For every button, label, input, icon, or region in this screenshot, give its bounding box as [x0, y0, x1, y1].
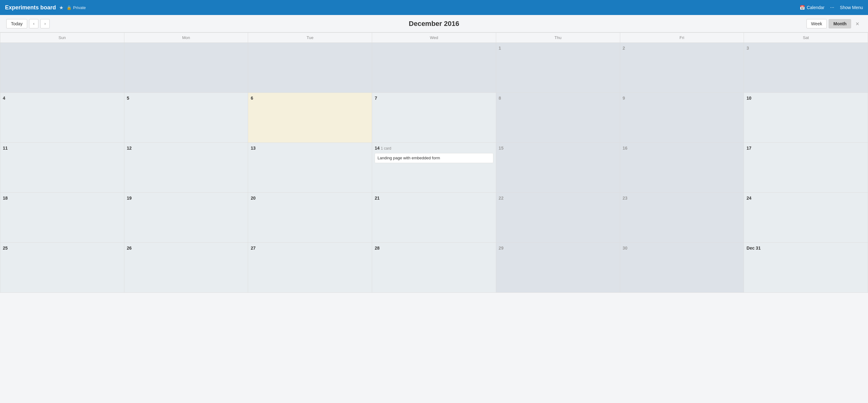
day-number: 11	[3, 146, 8, 151]
day-number: 27	[251, 246, 256, 251]
day-number: 14	[375, 146, 380, 151]
day-cell[interactable]: 141 cardLanding page with embedded form	[372, 143, 496, 193]
day-number: 30	[623, 246, 628, 251]
day-number: 21	[375, 195, 380, 200]
day-number: 2	[623, 45, 625, 51]
day-number: 10	[746, 96, 751, 101]
day-cell[interactable]: Dec 31	[744, 243, 868, 293]
day-number: 28	[375, 246, 380, 251]
day-header: Tue	[248, 33, 372, 43]
day-number: 19	[127, 195, 132, 200]
day-number: 16	[623, 146, 628, 151]
day-cell[interactable]: 17	[744, 143, 868, 193]
day-cell[interactable]: 4	[0, 93, 124, 143]
week-view-button[interactable]: Week	[806, 19, 827, 28]
day-number: 23	[623, 195, 628, 200]
close-button[interactable]: ×	[853, 19, 862, 28]
nav-right: Week Month ×	[806, 19, 862, 28]
calendar-toolbar: Today ‹ › December 2016 Week Month ×	[0, 15, 868, 32]
day-header: Wed	[372, 33, 496, 43]
calendar-icon: 📅	[800, 5, 805, 10]
star-icon[interactable]: ★	[59, 5, 63, 11]
day-number: 8	[499, 96, 501, 101]
day-number: 9	[623, 96, 625, 101]
day-header: Sat	[744, 33, 868, 43]
day-number: 20	[251, 195, 256, 200]
private-label: Private	[73, 5, 86, 10]
calendar-wrapper: Today ‹ › December 2016 Week Month × Sun…	[0, 15, 868, 403]
day-cell[interactable]	[0, 43, 124, 93]
calendar-event[interactable]: Landing page with embedded form	[375, 153, 493, 163]
day-number: 4	[3, 96, 5, 101]
day-cell[interactable]: 24	[744, 193, 868, 243]
day-number: 25	[3, 246, 8, 251]
next-button[interactable]: ›	[40, 19, 50, 28]
day-cell[interactable]: 29	[496, 243, 620, 293]
day-cell[interactable]: 13	[248, 143, 372, 193]
day-cell[interactable]: 5	[124, 93, 248, 143]
day-cell[interactable]: 25	[0, 243, 124, 293]
day-number: 18	[3, 195, 8, 200]
day-cell[interactable]: 16	[620, 143, 744, 193]
day-cell[interactable]: 19	[124, 193, 248, 243]
day-cell[interactable]: 15	[496, 143, 620, 193]
topbar: Experiments board ★ 🔒 Private 📅 Calendar…	[0, 0, 868, 15]
day-number: 24	[746, 195, 751, 200]
day-number: 15	[499, 146, 504, 151]
day-number: Dec 31	[746, 246, 761, 251]
day-cell[interactable]: 27	[248, 243, 372, 293]
calendar-title: December 2016	[409, 20, 459, 28]
topbar-left: Experiments board ★ 🔒 Private	[5, 4, 86, 11]
day-cell[interactable]	[372, 43, 496, 93]
today-button[interactable]: Today	[6, 19, 27, 28]
day-cell[interactable]: 11	[0, 143, 124, 193]
day-cell[interactable]: 28	[372, 243, 496, 293]
more-options-icon[interactable]: ···	[830, 5, 834, 10]
day-header: Sun	[0, 33, 124, 43]
day-cell[interactable]: 3	[744, 43, 868, 93]
day-number: 1	[499, 45, 501, 51]
day-cell[interactable]: 22	[496, 193, 620, 243]
day-number: 12	[127, 146, 132, 151]
day-cell[interactable]: 10	[744, 93, 868, 143]
day-cell[interactable]	[124, 43, 248, 93]
day-cell[interactable]	[248, 43, 372, 93]
topbar-right: 📅 Calendar ··· Show Menu	[800, 5, 863, 10]
day-cell[interactable]: 21	[372, 193, 496, 243]
day-number: 29	[499, 246, 504, 251]
month-view-button[interactable]: Month	[829, 19, 851, 28]
day-cell[interactable]: 1	[496, 43, 620, 93]
day-number: 6	[251, 96, 253, 101]
day-cell[interactable]: 18	[0, 193, 124, 243]
day-cell[interactable]: 12	[124, 143, 248, 193]
day-cell[interactable]: 8	[496, 93, 620, 143]
day-number: 3	[746, 45, 749, 51]
day-number: 22	[499, 195, 504, 200]
card-count: 1 card	[381, 146, 391, 151]
day-cell[interactable]: 7	[372, 93, 496, 143]
day-header: Mon	[124, 33, 248, 43]
nav-left: Today ‹ ›	[6, 19, 50, 28]
calendar-link[interactable]: 📅 Calendar	[800, 5, 825, 10]
show-menu-button[interactable]: Show Menu	[840, 5, 863, 10]
day-number: 17	[746, 146, 751, 151]
day-header: Thu	[496, 33, 620, 43]
day-cell[interactable]: 9	[620, 93, 744, 143]
lock-icon: 🔒	[67, 5, 71, 10]
day-number: 5	[127, 96, 129, 101]
day-number: 13	[251, 146, 256, 151]
prev-button[interactable]: ‹	[29, 19, 38, 28]
day-cell[interactable]: 2	[620, 43, 744, 93]
day-header: Fri	[620, 33, 744, 43]
day-cell[interactable]: 23	[620, 193, 744, 243]
calendar-grid: SunMonTueWedThuFriSat1234567891011121314…	[0, 32, 868, 293]
day-number: 26	[127, 246, 132, 251]
private-badge: 🔒 Private	[67, 5, 86, 10]
day-cell[interactable]: 20	[248, 193, 372, 243]
day-number: 7	[375, 96, 377, 101]
day-cell[interactable]: 6	[248, 93, 372, 143]
day-cell[interactable]: 26	[124, 243, 248, 293]
day-cell[interactable]: 30	[620, 243, 744, 293]
calendar-link-label: Calendar	[807, 5, 825, 10]
board-title: Experiments board	[5, 4, 56, 11]
